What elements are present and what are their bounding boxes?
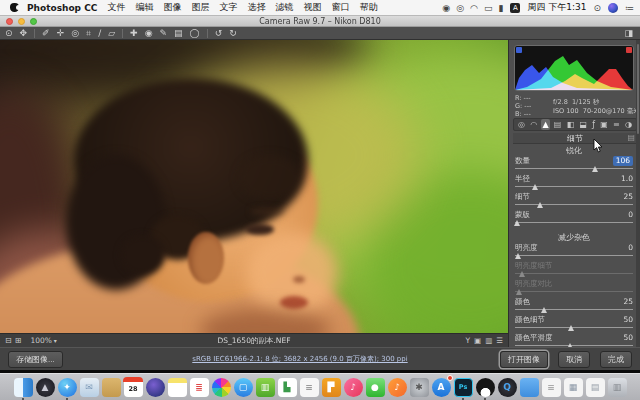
menu-item-1[interactable]: 编辑 [135,2,153,12]
slider-value[interactable]: 25 [623,297,633,307]
copy-settings-icon[interactable]: ▥ [485,336,492,345]
dock-stocks[interactable]: ▙ [277,377,297,397]
notification-center-icon[interactable]: ≔ [625,3,634,13]
slider-thumb[interactable] [514,220,520,226]
tab-detail[interactable]: ▲ [541,119,549,130]
cancel-button[interactable]: 取消 [558,351,590,368]
slider-thumb[interactable] [592,166,598,172]
color-sampler-tool-icon[interactable]: ✛ [57,27,65,39]
slider-value[interactable]: 0 [628,210,633,220]
spotlight-search-icon[interactable]: ⊙ [593,3,601,13]
white-balance-tool-icon[interactable]: ✐ [42,27,50,39]
menu-item-9[interactable]: 帮助 [359,2,377,12]
dock-quicktime[interactable]: Q [497,377,517,397]
dock-document-1[interactable]: ≡ [541,377,561,397]
save-image-button[interactable]: 存储图像... [8,351,63,368]
dock-siri[interactable] [145,377,165,397]
tab-presets[interactable]: ≡ [612,119,621,130]
transform-tool-icon[interactable]: ▱ [108,27,115,39]
photo-preview[interactable] [0,40,508,333]
radial-filter-tool-icon[interactable]: ◯ [190,27,200,39]
slider-track[interactable] [515,186,633,191]
dock-folder-blue[interactable] [519,377,539,397]
dock-document-3[interactable]: ▤ [585,377,605,397]
battery-icon[interactable]: ▮ [498,3,503,13]
slider-thumb[interactable] [515,253,521,259]
tab-camera-calibration[interactable]: ▣ [599,119,609,130]
slider-thumb[interactable] [541,307,547,313]
swap-settings-icon[interactable]: ▣ [474,336,481,345]
wifi-icon[interactable]: ◠ [470,3,478,13]
dock-calendar[interactable]: 28 [123,377,143,397]
slider-track[interactable] [515,222,633,227]
input-method-icon[interactable]: A [510,3,520,13]
dock-facetime[interactable]: ● [365,377,385,397]
dock-textedit[interactable]: ≡ [299,377,319,397]
zoom-level-select[interactable]: 100% [30,336,51,345]
preview-preferences-icon[interactable]: ☰ [496,336,503,345]
slider-track[interactable] [515,309,633,314]
rotate-left-icon[interactable]: ↺ [215,27,223,39]
dock-mail[interactable]: ✉ [79,377,99,397]
spot-removal-tool-icon[interactable]: ✚ [130,27,138,39]
straighten-tool-icon[interactable]: ∕ [98,27,101,39]
dock-photoshop[interactable]: Ps [453,377,473,397]
slider-track[interactable] [515,273,633,278]
tab-effects[interactable]: ƒ [591,119,596,130]
histogram[interactable] [514,45,634,91]
workflow-options-link[interactable]: sRGB IEC61966-2.1; 8 位; 3682 x 2456 (9.0… [140,354,460,364]
panel-scrollbar[interactable] [636,40,640,370]
slider-value[interactable]: 50 [623,333,633,343]
before-after-toggle-icon[interactable]: Y [465,336,470,345]
zoom-out-button[interactable]: ⊟ [5,336,12,345]
tab-tone-curve[interactable]: ◠ [529,119,538,130]
slider-track[interactable] [515,168,633,173]
window-titlebar[interactable]: Camera Raw 9.7 – Nikon D810 [0,16,640,27]
zoom-in-button[interactable]: ⊞ [15,336,22,345]
dock-qq[interactable] [475,377,495,397]
tab-hsl-grayscale[interactable]: ▤ [553,119,563,130]
slider-thumb[interactable] [568,325,574,331]
dock-photos[interactable] [211,377,231,397]
tab-snapshots[interactable]: ◑ [624,119,633,130]
slider-value[interactable]: 1.0 [621,174,633,184]
graduated-filter-tool-icon[interactable]: ▤ [174,27,183,39]
zoom-tool-icon[interactable]: ⊙ [5,27,13,39]
open-image-button[interactable]: 打开图像 [500,351,548,368]
crop-tool-icon[interactable]: ⌗ [86,27,91,39]
slider-thumb[interactable] [537,202,543,208]
done-button[interactable]: 完成 [600,351,632,368]
targeted-adjustment-tool-icon[interactable]: ◎ [71,27,79,39]
menu-item-5[interactable]: 选择 [247,2,265,12]
toggle-panel-icon[interactable]: ◨ [624,27,633,39]
tab-split-toning[interactable]: ◧ [566,119,576,130]
rotate-right-icon[interactable]: ↻ [229,27,237,39]
tab-basic[interactable]: ◎ [517,119,526,130]
slider-value[interactable]: 25 [623,192,633,202]
dock-app-store[interactable]: A [431,377,451,397]
red-eye-tool-icon[interactable]: ◉ [145,27,153,39]
siri-icon[interactable] [608,3,618,13]
screen-mirroring-icon[interactable]: ◉ [442,3,450,13]
dock-trash[interactable]: ▥ [607,377,627,397]
dock-system-preferences[interactable]: ✱ [409,377,429,397]
menu-item-7[interactable]: 视图 [303,2,321,12]
bluetooth-icon[interactable]: ◎ [456,3,464,13]
dock-keynote[interactable]: ▛ [321,377,341,397]
slider-track[interactable] [515,255,633,260]
dock-messages[interactable]: ▢ [233,377,253,397]
slider-track[interactable] [515,291,633,296]
app-menu-title[interactable]: Photoshop CC [27,3,97,13]
dock-itunes[interactable]: ♪ [343,377,363,397]
slider-thumb[interactable] [532,184,538,190]
dock-numbers[interactable]: ▥ [255,377,275,397]
adjustment-brush-tool-icon[interactable]: ✎ [160,27,168,39]
dock-launchpad[interactable]: ▲ [35,377,55,397]
tab-lens-corrections[interactable]: ⬓ [578,119,588,130]
slider-value[interactable]: 106 [613,156,633,166]
menu-item-2[interactable]: 图像 [163,2,181,12]
slider-thumb[interactable] [519,271,525,277]
dock-finder[interactable] [13,377,33,397]
slider-track[interactable] [515,204,633,209]
hand-tool-icon[interactable]: ✥ [20,27,28,39]
